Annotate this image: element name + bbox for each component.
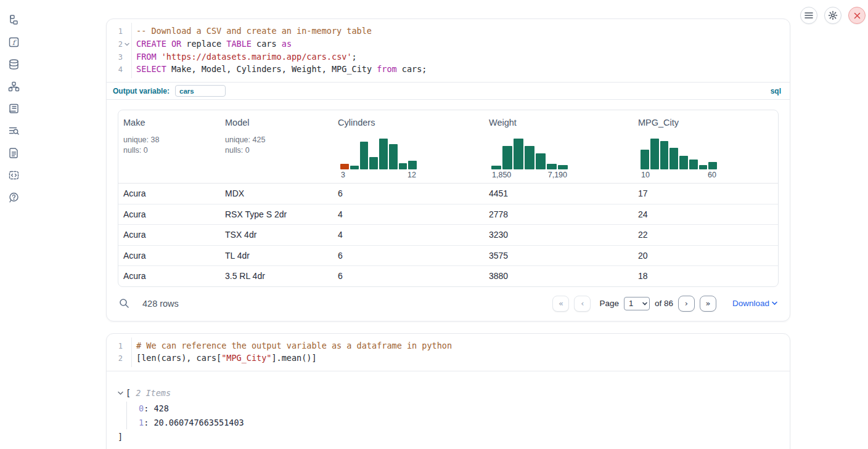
table-cell: 22 (633, 225, 778, 245)
histogram-bar[interactable] (558, 165, 568, 169)
histogram-bar[interactable] (660, 141, 669, 170)
table-row[interactable]: AcuraTSX 4dr4323022 (118, 225, 778, 246)
sql-code-editor[interactable]: 1-- Download a CSV and create an in-memo… (107, 19, 790, 82)
histogram-bar[interactable] (399, 163, 407, 170)
table-row[interactable]: AcuraRSX Type S 2dr4277824 (118, 204, 778, 225)
table-cell: Acura (118, 184, 220, 204)
histogram-bar[interactable] (650, 139, 659, 169)
table-cell: 6 (333, 184, 484, 204)
table-cell: Acura (118, 266, 220, 286)
code-line[interactable]: 3FROM 'https://datasets.marimo.app/cars.… (107, 51, 790, 64)
histogram-bar[interactable] (699, 165, 708, 169)
language-tag[interactable]: sql (771, 87, 781, 95)
close-icon[interactable] (848, 7, 866, 24)
table-cell: 6 (333, 266, 484, 286)
column-histogram[interactable]: 312 (340, 137, 417, 179)
histogram-bar[interactable] (669, 148, 678, 169)
table-cell: RSX Type S 2dr (220, 204, 333, 225)
histogram-bar[interactable] (408, 161, 417, 169)
database-icon[interactable] (2, 53, 25, 75)
table-cell: Acura (118, 225, 220, 245)
code-line[interactable]: 2[len(cars), cars["MPG_City"].mean()] (107, 352, 790, 365)
table-row[interactable]: Acura3.5 RL 4dr6388018 (118, 266, 778, 286)
histogram-bar[interactable] (689, 160, 698, 169)
table-row[interactable]: AcuraTL 4dr6357520 (118, 246, 778, 267)
column-header-model[interactable]: Modelunique: 425nulls: 0 (220, 110, 333, 183)
snippets-icon[interactable] (2, 164, 25, 186)
histogram-bar[interactable] (514, 139, 523, 169)
first-page-button[interactable]: « (552, 296, 569, 312)
code-line[interactable]: 1# We can reference the output variable … (107, 340, 790, 353)
prev-page-button[interactable]: ‹ (574, 296, 591, 312)
histogram-bar[interactable] (641, 150, 649, 169)
fold-chevron-icon[interactable] (123, 38, 131, 51)
output-variable-input[interactable] (175, 85, 226, 97)
histogram-min-label: 10 (641, 171, 650, 179)
histogram-bar[interactable] (389, 144, 398, 169)
download-button[interactable]: Download (732, 299, 777, 308)
gutter-divider (131, 338, 132, 368)
notebook-controls (800, 7, 866, 24)
code-line[interactable]: 4SELECT Make, Model, Cylinders, Weight, … (107, 63, 790, 76)
table-cell: 3.5 RL 4dr (220, 266, 333, 286)
scratchpad-icon[interactable] (2, 97, 25, 119)
column-histogram[interactable]: 1,8507,190 (491, 137, 568, 179)
table-header-row: Makeunique: 38nulls: 0Modelunique: 425nu… (118, 110, 778, 184)
collapse-chevron-icon[interactable] (118, 391, 125, 395)
histogram-bar[interactable] (350, 166, 359, 169)
histogram-bar[interactable] (708, 162, 717, 169)
table-cell: 20 (633, 246, 778, 266)
next-page-button[interactable]: › (678, 296, 695, 312)
line-number: 3 (107, 51, 123, 64)
page-select[interactable]: 1 (624, 297, 650, 310)
column-header-make[interactable]: Makeunique: 38nulls: 0 (118, 110, 220, 183)
histogram-max-label: 60 (708, 171, 716, 179)
document-icon[interactable] (2, 142, 25, 164)
sidebar: f (0, 0, 27, 449)
table-cell: 3575 (484, 246, 633, 266)
histogram-bar[interactable] (491, 166, 501, 169)
histogram-bar[interactable] (679, 156, 688, 169)
tree-entry: 0: 428 (139, 402, 779, 416)
histogram-bar[interactable] (369, 157, 378, 169)
table-cell: 24 (633, 204, 778, 225)
last-page-button[interactable]: » (700, 296, 716, 312)
code-line[interactable]: 1-- Download a CSV and create an in-memo… (107, 25, 790, 38)
histogram-bar[interactable] (502, 146, 512, 170)
function-icon[interactable]: f (2, 31, 25, 53)
code-text: [len(cars), cars["MPG_City"].mean()] (131, 352, 790, 365)
menu-icon[interactable] (800, 7, 817, 24)
column-histogram[interactable]: 1060 (641, 137, 717, 179)
line-number: 1 (107, 25, 123, 38)
svg-text:f: f (12, 38, 17, 46)
file-tree-icon[interactable] (2, 9, 25, 31)
histogram-bar[interactable] (547, 164, 557, 169)
code-text: -- Download a CSV and create an in-memor… (131, 25, 790, 38)
sql-cell: 1-- Download a CSV and create an in-memo… (106, 18, 790, 322)
table-row[interactable]: AcuraMDX6445117 (118, 184, 778, 204)
histogram-bar[interactable] (340, 164, 349, 170)
table-cell: 6 (333, 246, 484, 266)
page-label: Page (599, 299, 619, 308)
fold-spacer (123, 340, 131, 353)
download-label: Download (732, 299, 769, 308)
column-header-mpg_city[interactable]: MPG_City1060 (633, 110, 778, 183)
table-cell: Acura (118, 204, 220, 225)
histogram-bar[interactable] (360, 142, 369, 169)
help-icon[interactable] (2, 186, 25, 208)
code-line[interactable]: 2CREATE OR replace TABLE cars as (107, 38, 790, 51)
histogram-bar[interactable] (379, 139, 388, 169)
dependency-graph-icon[interactable] (2, 75, 25, 97)
search-icon[interactable] (119, 298, 129, 309)
code-text: FROM 'https://datasets.marimo.app/cars.c… (131, 51, 790, 64)
settings-gear-icon[interactable] (824, 7, 841, 24)
logs-icon[interactable] (2, 119, 25, 142)
python-code-editor[interactable]: 1# We can reference the output variable … (107, 334, 790, 371)
column-header-cylinders[interactable]: Cylinders312 (333, 110, 484, 183)
histogram-bar[interactable] (525, 146, 534, 169)
histogram-bar[interactable] (536, 153, 546, 170)
tree-entries: 0: 4281: 20.060747663551403 (126, 402, 779, 429)
tree-close-bracket: ] (118, 431, 779, 443)
tree-entry-value: 20.060747663551403 (154, 418, 244, 427)
column-header-weight[interactable]: Weight1,8507,190 (484, 110, 633, 183)
